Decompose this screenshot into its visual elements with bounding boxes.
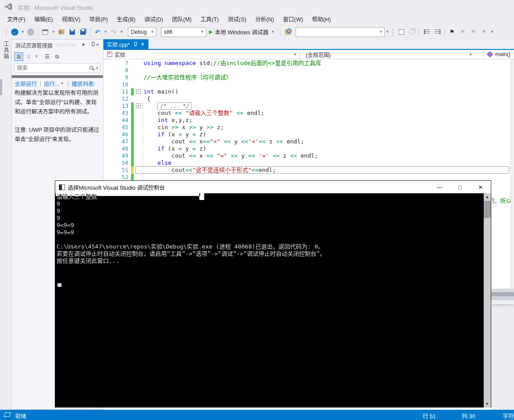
console-scrollbar[interactable]: ▲ ▼ (484, 193, 491, 408)
decrease-indent-button[interactable] (422, 27, 432, 37)
scroll-down-icon[interactable]: ▼ (484, 400, 491, 408)
menu-item[interactable]: 帮助(H) (308, 13, 335, 24)
scroll-up-icon[interactable]: ▲ (484, 193, 491, 200)
collapsed-region[interactable]: /* ... */ (157, 102, 192, 110)
code-line-50[interactable]: 50 else (103, 159, 510, 167)
code-line-13[interactable]: 13+ /* ... */ (103, 102, 510, 110)
back-dropdown-caret[interactable]: ▼ (21, 30, 25, 34)
test-explorer-header[interactable]: 测试资源管理器 ▼ ✕ (12, 40, 103, 50)
search-input[interactable] (15, 65, 89, 71)
editor-vertical-scrollbar[interactable] (510, 59, 514, 289)
nav-scope-dropdown[interactable]: (全局范围) (306, 50, 331, 59)
menu-item[interactable]: 分析(N) (251, 13, 278, 24)
code-line-52[interactable]: 52 (103, 174, 510, 180)
copy-disabled-button[interactable] (407, 27, 417, 37)
search-icon[interactable] (89, 65, 95, 71)
redo-button[interactable]: ↷ (109, 27, 119, 37)
settings-button[interactable]: ☰ (43, 52, 52, 61)
next-bookmark-button[interactable]: ⚑ (469, 27, 478, 37)
horizontal-scrollbar-thumb[interactable] (491, 292, 514, 296)
console-title-bar[interactable]: 选择Microsoft Visual Studio 调试控制台 (55, 181, 491, 193)
save-all-button[interactable] (78, 27, 88, 37)
code-line-12[interactable]: 12 { (103, 95, 510, 102)
code-line-7[interactable]: 7using namespace std;//由include后面的<>里是引用… (103, 60, 510, 67)
console-minimize-button[interactable]: — (429, 181, 450, 193)
menu-item[interactable]: 团队(M) (168, 13, 196, 24)
attach-button[interactable] (283, 27, 292, 37)
cascade-button[interactable]: ⧉ (53, 52, 62, 61)
nav-member-dropdown[interactable]: main() (488, 50, 510, 59)
clear-bookmarks-button[interactable]: ⚑ (479, 27, 489, 37)
toolbox-tab[interactable]: 工具箱 (3, 41, 10, 60)
code-lines[interactable]: 7using namespace std;//由include后面的<>里是引用… (103, 60, 510, 180)
run-link[interactable]: 运行... (44, 79, 59, 87)
panel-splitter[interactable] (491, 296, 514, 300)
solution-configuration-combo[interactable]: Debug▼ (128, 27, 156, 37)
code-line-8[interactable]: 8 (103, 67, 510, 74)
code-line-9[interactable]: 9//一大堆实验性程序（均可调试） (103, 74, 510, 81)
navigate-back-button[interactable]: ← (10, 27, 20, 37)
menu-item[interactable]: 测试(S) (223, 13, 251, 24)
menu-item[interactable]: 生成(B) (112, 13, 140, 24)
console-output[interactable]: 请输入三个整数9999<9<99=9=9C:\Users\4547\source… (56, 193, 484, 407)
group-by-secondary-button[interactable]: ≣ (24, 52, 33, 61)
code-line-48[interactable]: 48 if (x = y = z) (103, 145, 510, 152)
solution-platform-combo[interactable]: x86▼ (161, 27, 206, 37)
group-by-button[interactable]: ≣ (14, 52, 23, 61)
tab-close-icon[interactable]: ✕ (140, 41, 144, 47)
code-line-47[interactable]: 47 cout << x<<"<" << y <<'<'<< z << endl… (103, 138, 510, 145)
undo-caret[interactable]: ▼ (104, 30, 107, 34)
code-line-44[interactable]: 44 int x,y,z; (103, 117, 510, 124)
toolbar-grip[interactable] (5, 28, 8, 36)
tab-pin-icon[interactable] (133, 42, 137, 47)
toolbar-options-caret[interactable]: ▼ (386, 30, 389, 34)
increase-indent-button[interactable] (432, 27, 442, 37)
playlist-link[interactable]: 播放列表: (72, 79, 95, 87)
document-tab-active[interactable]: 实验.cpp* ✕ (103, 39, 148, 49)
expand-icon[interactable]: + (136, 103, 141, 108)
run-link-caret[interactable]: ▼ (61, 82, 64, 86)
code-line-11[interactable]: 11−int main() (103, 88, 510, 95)
menu-item[interactable]: 文件(F) (3, 13, 30, 24)
menu-item[interactable]: 工具(T) (196, 13, 223, 24)
run-all-link[interactable]: 全部运行 (15, 79, 37, 87)
code-line-10[interactable]: 10 (103, 81, 510, 88)
nav-scope-caret[interactable]: ▼ (469, 53, 473, 57)
menu-item[interactable]: 编辑(E) (30, 13, 58, 24)
navigate-forward-button[interactable]: → (26, 27, 36, 37)
navigate-to-button[interactable] (396, 27, 406, 37)
collapse-icon[interactable]: − (136, 89, 141, 94)
menu-item[interactable]: 调试(D) (140, 13, 168, 24)
nav-project-dropdown[interactable]: 实验 (107, 50, 125, 59)
add-item-button[interactable] (57, 27, 66, 37)
code-line-43[interactable]: 43 cout << "请输入三个整数" << endl; (103, 110, 510, 117)
code-line-49[interactable]: 49 cout << x << "=" << y << '=' << z << … (103, 152, 510, 159)
menu-item[interactable]: 窗口(W) (279, 13, 308, 24)
pin-icon[interactable] (87, 41, 94, 49)
search-caret[interactable]: ▼ (95, 66, 99, 70)
bottom-panel-drag-dots[interactable] (492, 304, 513, 306)
bookmark-overflow-caret[interactable]: ▼ (490, 30, 494, 34)
empty-combo[interactable]: ▼ (296, 27, 385, 37)
code-line-46[interactable]: 46 if (x < y < z) (103, 131, 510, 138)
new-project-caret[interactable]: ▼ (52, 30, 55, 34)
menu-item[interactable]: 项目(P) (85, 13, 112, 24)
redo-caret[interactable]: ▼ (120, 30, 123, 34)
menu-item[interactable]: 视图(V) (58, 13, 85, 24)
new-project-button[interactable] (41, 27, 50, 37)
start-debugging-button[interactable]: ▶ 本地 Windows 调试器 ▼ (209, 28, 276, 36)
console-maximize-button[interactable]: □ (450, 181, 470, 193)
close-icon[interactable]: ✕ (94, 41, 101, 49)
console-close-button[interactable]: ✕ (470, 181, 491, 193)
toolbar-grip[interactable] (392, 28, 394, 36)
nav-project-caret[interactable]: ▼ (293, 53, 297, 57)
horizontal-scrollbar-band[interactable] (491, 289, 514, 292)
search-box[interactable]: ▼ (14, 63, 100, 73)
save-button[interactable] (67, 27, 77, 37)
code-line-45[interactable]: 45 cin >> x >> y >> z; (103, 124, 510, 131)
undo-button[interactable]: ↶ (93, 27, 103, 37)
toggle-bookmark-button[interactable]: ⚑ (447, 27, 457, 37)
console-scroll-thumb[interactable] (484, 201, 491, 218)
group-by-caret[interactable]: ▼ (35, 54, 38, 58)
panel-menu-caret[interactable]: ▼ (80, 41, 87, 49)
